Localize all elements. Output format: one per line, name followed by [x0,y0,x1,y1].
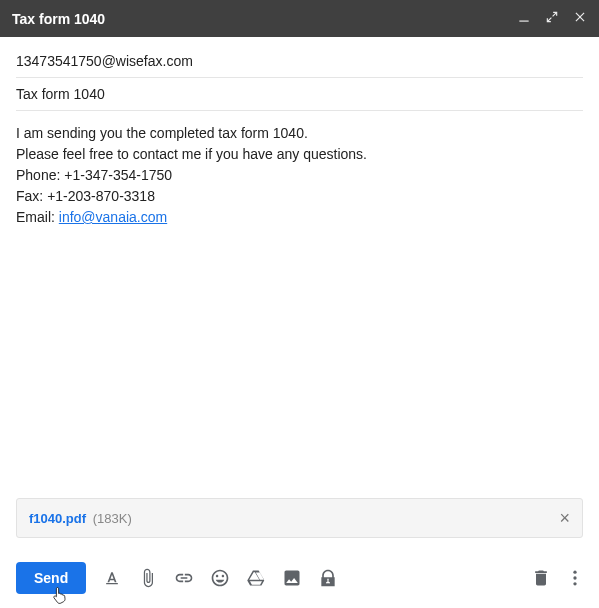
window-title-bar: Tax form 1040 [0,0,599,37]
body-line-fax: Fax: +1-203-870-3318 [16,186,583,207]
attachment-size: (183K) [93,511,132,526]
body-line-phone: Phone: +1-347-354-1750 [16,165,583,186]
phone-number: +1-347-354-1750 [64,167,172,183]
to-field[interactable]: 13473541750@wisefax.com [16,45,583,78]
expand-icon[interactable] [545,10,559,27]
drive-icon[interactable] [246,568,266,588]
toolbar-right [531,568,585,588]
body-line: I am sending you the completed tax form … [16,123,583,144]
svg-point-5 [573,582,576,585]
header-fields: 13473541750@wisefax.com Tax form 1040 [0,37,599,111]
fax-label: Fax: [16,188,47,204]
attachment-info: f1040.pdf (183K) [29,511,132,526]
send-button-label: Send [34,570,68,586]
close-icon[interactable] [573,10,587,27]
toolbar-left: Send [16,562,338,594]
email-body[interactable]: I am sending you the completed tax form … [0,111,599,498]
link-icon[interactable] [174,568,194,588]
email-link[interactable]: info@vanaia.com [59,209,167,225]
fax-number: +1-203-870-3318 [47,188,155,204]
body-line-email: Email: info@vanaia.com [16,207,583,228]
formatting-icons [102,568,338,588]
minimize-icon[interactable] [517,10,531,27]
cursor-icon [50,586,68,608]
svg-rect-0 [519,21,528,22]
compose-window: Tax form 1040 13473541750@wisefax.com Ta… [0,0,599,608]
photo-icon[interactable] [282,568,302,588]
bottom-toolbar: Send [0,552,599,608]
attachment-name: f1040.pdf [29,511,86,526]
trash-icon[interactable] [531,568,551,588]
body-line: Please feel free to contact me if you ha… [16,144,583,165]
svg-point-4 [573,576,576,579]
window-controls [517,10,587,27]
send-button[interactable]: Send [16,562,86,594]
phone-label: Phone: [16,167,64,183]
confidential-icon[interactable] [318,568,338,588]
window-title: Tax form 1040 [12,11,105,27]
svg-point-3 [573,571,576,574]
emoji-icon[interactable] [210,568,230,588]
attach-icon[interactable] [138,568,158,588]
attachment-remove-icon[interactable]: × [559,509,570,527]
subject-field[interactable]: Tax form 1040 [16,78,583,111]
attachment-chip[interactable]: f1040.pdf (183K) × [16,498,583,538]
email-label: Email: [16,209,59,225]
text-format-icon[interactable] [102,568,122,588]
more-options-icon[interactable] [565,568,585,588]
